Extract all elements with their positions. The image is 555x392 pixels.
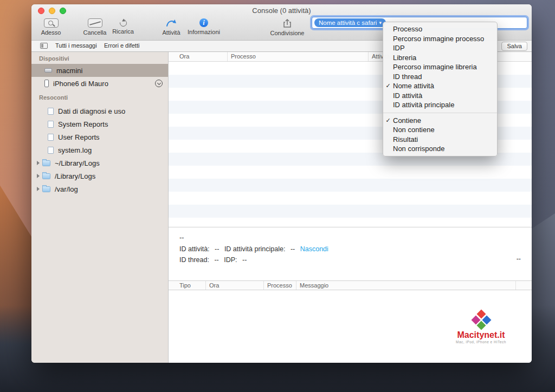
sidebar-item-system-log[interactable]: system.log	[31, 143, 168, 156]
document-icon	[48, 134, 54, 141]
menu-item-processo[interactable]: Processo	[383, 24, 497, 34]
id-thread-label: ID thread:	[179, 256, 209, 264]
menu-item-label: ID thread	[393, 73, 422, 81]
menu-item-id-attivita-principale[interactable]: ID attività principale	[383, 100, 497, 110]
sidebar-item-iphone[interactable]: iPhone6 di Mauro	[31, 77, 168, 90]
menu-item-label: Percorso immagine processo	[393, 35, 484, 43]
filter-errors[interactable]: Errori e difetti	[104, 42, 139, 49]
menu-item-id-attivita[interactable]: ID attività	[383, 91, 497, 101]
informazioni-button[interactable]: i Informazioni	[186, 18, 221, 35]
column-header-messaggio[interactable]: Messaggio	[300, 282, 328, 289]
sidebar-item-macmini[interactable]: macmini	[31, 64, 168, 77]
sidebar-item-user-reports[interactable]: User Reports	[31, 130, 168, 143]
menu-item-label: IDP	[393, 44, 405, 52]
now-icon	[44, 18, 59, 28]
checkmark-icon: ✓	[383, 82, 393, 89]
menu-item-non-contiene[interactable]: Non contiene	[383, 125, 497, 135]
id-principale-label: ID attività principale:	[224, 245, 286, 253]
column-header-processo2[interactable]: Processo	[267, 282, 292, 289]
chevron-down-icon[interactable]: ▾	[379, 21, 382, 25]
menu-item-label: Non corrisponde	[393, 145, 444, 153]
share-icon	[282, 18, 293, 28]
detail-pane: -- ID attività: -- ID attività principal…	[169, 227, 532, 281]
clear-icon	[88, 18, 102, 28]
computer-icon	[44, 68, 52, 73]
document-icon	[48, 147, 54, 154]
attivita-button[interactable]: Attività	[156, 18, 186, 36]
id-attivita-label: ID attività:	[179, 245, 210, 253]
devices-section-header: Dispositivi	[39, 55, 69, 62]
menu-item-label: Processo	[393, 25, 422, 33]
console-window: Console (0 attività) Adesso Cancella Ric…	[31, 4, 532, 363]
sidebar: Dispositivi macmini iPhone6 di Mauro Res…	[31, 52, 169, 363]
column-header-processo[interactable]: Processo	[231, 53, 256, 60]
menu-item-idp[interactable]: IDP	[383, 43, 497, 53]
column-header-ora[interactable]: Ora	[179, 53, 189, 60]
menu-item-non-corrisponde[interactable]: Non corrisponde	[383, 144, 497, 154]
sidebar-item-label: Dati di diagnosi e uso	[58, 107, 125, 115]
detail-ids-line: ID attività: -- ID attività principale: …	[179, 245, 332, 253]
id-attivita-value: --	[215, 245, 219, 253]
sidebar-item-label: system.log	[58, 146, 92, 154]
menu-item-percorso-processo[interactable]: Percorso immagine processo	[383, 34, 497, 44]
sidebar-item-label: ~/Library/Logs	[55, 159, 100, 167]
menu-item-label: Risultati	[393, 135, 418, 143]
menu-item-id-thread[interactable]: ID thread	[383, 72, 497, 82]
eject-badge-icon[interactable]	[155, 80, 163, 87]
save-button[interactable]: Salva	[501, 42, 527, 51]
macitynet-watermark: Macitynet.it Mac, iPod, iPhone e HiTech	[434, 311, 528, 344]
sidebar-item-label: macmini	[56, 67, 82, 75]
cancella-button[interactable]: Cancella	[80, 18, 110, 36]
idp-value: --	[242, 256, 247, 264]
menu-item-risultati[interactable]: Risultati	[383, 135, 497, 145]
sidebar-item-system-reports[interactable]: System Reports	[31, 117, 168, 130]
sidebar-item-var-log[interactable]: /var/log	[31, 182, 168, 195]
sidebar-item-diagnostics[interactable]: Dati di diagnosi e uso	[31, 104, 168, 117]
reload-icon	[118, 18, 128, 28]
search-token-text: Nome attività c safari	[319, 19, 377, 26]
disclosure-triangle-icon[interactable]	[37, 161, 40, 165]
folder-icon	[42, 173, 50, 179]
sidebar-item-library-logs[interactable]: /Library/Logs	[31, 169, 168, 182]
message-table-header: Tipo Ora Processo Messaggio	[169, 280, 532, 290]
id-principale-value: --	[291, 245, 295, 253]
filter-all-messages[interactable]: Tutti i messaggi	[55, 42, 97, 49]
sidebar-item-label: System Reports	[58, 120, 108, 128]
desktop: Console (0 attività) Adesso Cancella Ric…	[0, 0, 555, 392]
attivita-label: Attività	[162, 29, 180, 36]
sidebar-toggle-icon[interactable]	[40, 43, 48, 49]
sidebar-item-label: User Reports	[58, 133, 100, 141]
detail-title: --	[179, 234, 187, 241]
sidebar-item-user-library-logs[interactable]: ~/Library/Logs	[31, 156, 168, 169]
watermark-title: Macitynet.it	[434, 330, 528, 340]
menu-item-nome-attivita[interactable]: ✓ Nome attività	[383, 81, 497, 91]
window-title: Console (0 attività)	[31, 6, 532, 15]
menu-item-percorso-libreria[interactable]: Percorso immagine libreria	[383, 62, 497, 72]
column-header-tipo[interactable]: Tipo	[179, 282, 191, 289]
iphone-icon	[44, 80, 49, 87]
menu-item-libreria[interactable]: Libreria	[383, 53, 497, 63]
condivisione-button[interactable]: Condivisione	[270, 18, 305, 36]
info-icon: i	[199, 18, 208, 27]
menu-item-label: ID attività principale	[393, 101, 454, 109]
id-thread-value: --	[214, 256, 218, 264]
disclosure-triangle-icon[interactable]	[37, 187, 40, 191]
adesso-button[interactable]: Adesso	[36, 18, 66, 36]
menu-item-label: Nome attività	[393, 82, 434, 90]
ricarica-button[interactable]: Ricarica	[108, 18, 138, 35]
document-icon	[48, 108, 54, 115]
watermark-tagline: Mac, iPod, iPhone e HiTech	[434, 340, 528, 344]
activity-icon	[165, 18, 177, 28]
adesso-label: Adesso	[41, 29, 61, 36]
sidebar-item-label: /Library/Logs	[55, 172, 95, 180]
folder-icon	[42, 186, 50, 192]
menu-item-contiene[interactable]: ✓ Contiene	[383, 116, 497, 126]
folder-icon	[42, 160, 50, 166]
detail-right-value: --	[517, 255, 521, 263]
sidebar-item-label: /var/log	[55, 185, 78, 193]
disclosure-triangle-icon[interactable]	[37, 174, 40, 178]
nascondi-link[interactable]: Nascondi	[300, 245, 328, 253]
condivisione-label: Condivisione	[270, 30, 305, 36]
search-token[interactable]: Nome attività c safari ▾	[314, 18, 386, 27]
column-header-ora2[interactable]: Ora	[209, 282, 219, 289]
